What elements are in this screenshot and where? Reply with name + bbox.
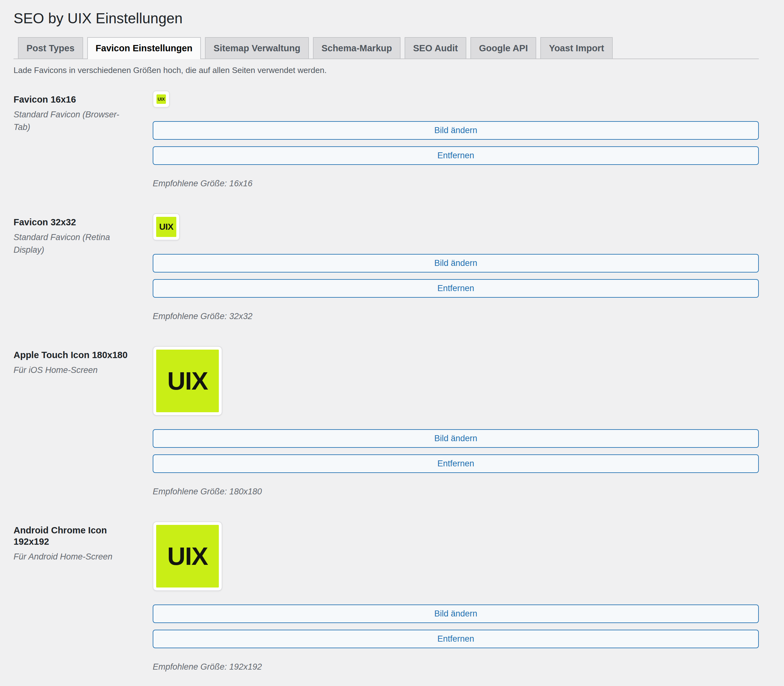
row-subheading: Standard Favicon (Browser- Tab)	[13, 108, 134, 134]
settings-page: SEO by UIX Einstellungen Post Types Favi…	[0, 0, 784, 672]
uix-favicon-image: UIX	[156, 350, 219, 412]
favicon-row: Android Chrome Icon 192x192 Für Android …	[13, 521, 759, 672]
change-image-button[interactable]: Bild ändern	[153, 121, 759, 140]
tab-bar: Post Types Favicon Einstellungen Sitemap…	[13, 37, 759, 59]
row-heading: Android Chrome Icon 192x192	[13, 524, 134, 547]
remove-image-button[interactable]: Entfernen	[153, 454, 759, 473]
row-subheading: Für Android Home-Screen	[13, 550, 134, 563]
uix-favicon-image: UIX	[156, 525, 219, 588]
row-label-column: Android Chrome Icon 192x192 Für Android …	[13, 521, 153, 672]
row-heading: Apple Touch Icon 180x180	[13, 349, 134, 361]
row-heading: Favicon 16x16	[13, 94, 134, 105]
tab-schema-markup[interactable]: Schema-Markup	[313, 37, 401, 59]
recommended-size-note: Empfohlene Größe: 180x180	[153, 486, 759, 497]
tab-favicon-einstellungen[interactable]: Favicon Einstellungen	[87, 37, 201, 59]
remove-image-button[interactable]: Entfernen	[153, 146, 759, 165]
recommended-size-note: Empfohlene Größe: 32x32	[153, 311, 759, 322]
tab-post-types[interactable]: Post Types	[18, 37, 83, 59]
remove-image-button[interactable]: Entfernen	[153, 630, 759, 648]
uix-favicon-image: UIX	[156, 217, 176, 237]
row-label-column: Favicon 32x32 Standard Favicon (Retina D…	[13, 213, 153, 322]
favicon-settings-form: Favicon 16x16 Standard Favicon (Browser-…	[13, 91, 759, 672]
remove-image-button[interactable]: Entfernen	[153, 279, 759, 298]
tab-sitemap-verwaltung[interactable]: Sitemap Verwaltung	[205, 37, 309, 59]
page-title: SEO by UIX Einstellungen	[13, 0, 759, 27]
tabs-description: Lade Favicons in verschiedenen Größen ho…	[13, 65, 759, 75]
favicon-row: Apple Touch Icon 180x180 Für iOS Home-Sc…	[13, 346, 759, 497]
row-label-column: Apple Touch Icon 180x180 Für iOS Home-Sc…	[13, 346, 153, 497]
row-subheading: Standard Favicon (Retina Display)	[13, 231, 134, 256]
recommended-size-note: Empfohlene Größe: 192x192	[153, 662, 759, 672]
favicon-row: Favicon 16x16 Standard Favicon (Browser-…	[13, 91, 759, 189]
recommended-size-note: Empfohlene Größe: 16x16	[153, 178, 759, 189]
favicon-preview-card: UIX	[153, 346, 222, 416]
change-image-button[interactable]: Bild ändern	[153, 254, 759, 273]
favicon-preview-card: UIX	[153, 521, 222, 591]
tab-yoast-import[interactable]: Yoast Import	[540, 37, 612, 59]
favicon-preview-card: UIX	[153, 213, 180, 240]
tab-seo-audit[interactable]: SEO Audit	[404, 37, 466, 59]
row-field-column: UIX Bild ändern Entfernen Empfohlene Grö…	[153, 91, 759, 189]
row-field-column: UIX Bild ändern Entfernen Empfohlene Grö…	[153, 346, 759, 497]
favicon-row: Favicon 32x32 Standard Favicon (Retina D…	[13, 213, 759, 322]
tab-google-api[interactable]: Google API	[470, 37, 536, 59]
change-image-button[interactable]: Bild ändern	[153, 429, 759, 448]
uix-favicon-image: UIX	[157, 95, 166, 104]
row-heading: Favicon 32x32	[13, 217, 134, 228]
row-field-column: UIX Bild ändern Entfernen Empfohlene Grö…	[153, 213, 759, 322]
row-field-column: UIX Bild ändern Entfernen Empfohlene Grö…	[153, 521, 759, 672]
row-subheading: Für iOS Home-Screen	[13, 364, 134, 376]
favicon-preview-card: UIX	[153, 91, 170, 108]
change-image-button[interactable]: Bild ändern	[153, 604, 759, 623]
row-label-column: Favicon 16x16 Standard Favicon (Browser-…	[13, 91, 153, 189]
